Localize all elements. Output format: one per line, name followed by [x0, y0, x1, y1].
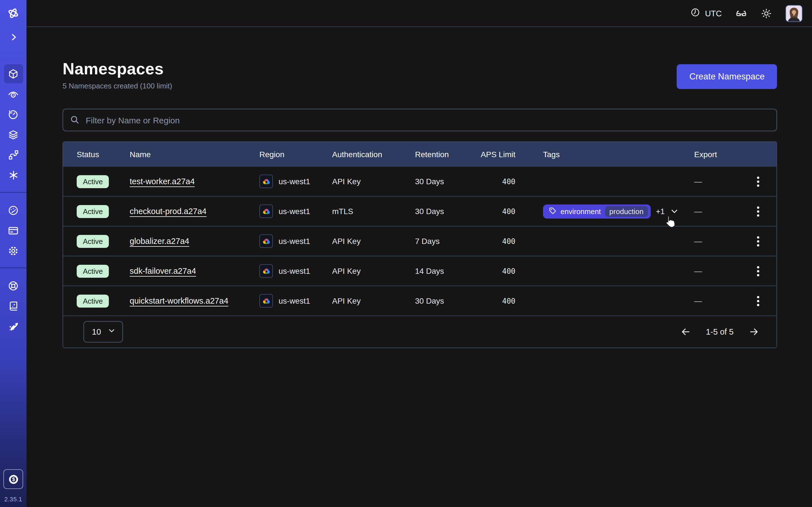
- glasses-icon[interactable]: [735, 7, 747, 19]
- select-chevron-down-icon: [108, 327, 116, 337]
- retention-value: 30 Days: [415, 296, 480, 305]
- table-body: Active test-worker.a27a4 us-west1 API Ke…: [63, 167, 776, 316]
- app-window: $ 2.35.1 UTC: [0, 0, 812, 507]
- column-header-aps-limit: APS Limit: [480, 150, 515, 159]
- nav-item-billing-card-icon[interactable]: [4, 221, 23, 240]
- status-badge: Active: [77, 294, 109, 307]
- gcp-cloud-icon: [259, 294, 273, 307]
- nav-item-asterisk-icon[interactable]: [4, 166, 23, 185]
- timezone-label: UTC: [705, 9, 722, 18]
- sidebar: $ 2.35.1: [0, 0, 27, 507]
- create-namespace-button[interactable]: Create Namespace: [677, 64, 777, 89]
- tag-icon: [549, 207, 557, 216]
- column-header-region: Region: [259, 150, 332, 159]
- billing-seal-button[interactable]: $: [3, 469, 23, 489]
- nav-item-timer-icon[interactable]: [4, 105, 23, 124]
- column-header-authentication: Authentication: [332, 150, 415, 159]
- retention-value: 14 Days: [415, 267, 480, 276]
- table-footer: 10 1-5 of 5: [63, 316, 776, 348]
- sidebar-expand-chevron-icon[interactable]: [4, 27, 23, 47]
- export-value: —: [694, 267, 746, 276]
- theme-toggle-sun-icon[interactable]: [761, 8, 772, 19]
- export-value: —: [694, 296, 746, 305]
- main-content: Namespaces 5 Namespaces created (100 lim…: [27, 27, 812, 507]
- namespace-name-link[interactable]: test-worker.a27a4: [130, 177, 195, 186]
- table-header-row: Status Name Region Authentication Retent…: [63, 142, 776, 167]
- aps-limit-value: 400: [480, 297, 515, 305]
- status-badge: Active: [77, 265, 109, 277]
- temporal-logo-icon[interactable]: [4, 3, 23, 22]
- namespaces-table: Status Name Region Authentication Retent…: [63, 142, 777, 348]
- row-actions-kebab-button[interactable]: [751, 203, 765, 220]
- nav-item-docs-book-icon[interactable]: [4, 296, 23, 316]
- namespace-name-link[interactable]: globalizer.a27a4: [130, 237, 189, 245]
- table-row: Active sdk-failover.a27a4 us-west1 API K…: [63, 256, 776, 286]
- namespace-name-link[interactable]: quickstart-workflows.a27a4: [130, 296, 229, 305]
- export-value: —: [694, 177, 746, 186]
- nav-item-settings-gear-icon[interactable]: [4, 241, 23, 260]
- nav-item-usage-gauge-icon[interactable]: [4, 201, 23, 220]
- tag-pill[interactable]: environment production: [543, 204, 651, 218]
- column-header-status: Status: [77, 150, 130, 159]
- table-row: Active checkout-prod.a27a4 us-west1 mTLS…: [63, 196, 776, 226]
- page-size-select[interactable]: 10: [84, 321, 123, 342]
- status-badge: Active: [77, 175, 109, 188]
- authentication-value: API Key: [332, 296, 415, 305]
- filter-input[interactable]: [63, 109, 777, 131]
- gcp-cloud-icon: [259, 264, 273, 278]
- nav-item-eye-icon[interactable]: [4, 84, 23, 104]
- retention-value: 30 Days: [415, 207, 480, 216]
- user-avatar[interactable]: [785, 5, 802, 22]
- topbar: UTC: [27, 0, 812, 27]
- row-actions-kebab-button[interactable]: [751, 233, 765, 249]
- status-badge: Active: [77, 205, 109, 218]
- authentication-value: API Key: [332, 237, 415, 245]
- row-actions-kebab-button[interactable]: [751, 292, 765, 309]
- export-value: —: [694, 207, 746, 216]
- table-row: Active quickstart-workflows.a27a4 us-wes…: [63, 286, 776, 316]
- nav-item-layers-icon[interactable]: [4, 125, 23, 144]
- region-label: us-west1: [278, 237, 310, 245]
- nav-item-getting-started-rocket-icon[interactable]: [4, 317, 23, 336]
- column-header-tags: Tags: [515, 150, 694, 159]
- region-label: us-west1: [278, 296, 310, 305]
- table-row: Active globalizer.a27a4 us-west1 API Key…: [63, 226, 776, 256]
- nav-item-support-lifebuoy-icon[interactable]: [4, 276, 23, 295]
- gcp-cloud-icon: [259, 234, 273, 248]
- tag-key: environment: [560, 207, 601, 216]
- row-actions-kebab-button[interactable]: [751, 173, 765, 190]
- page-title: Namespaces: [63, 60, 172, 78]
- region-label: us-west1: [278, 177, 310, 186]
- export-value: —: [694, 237, 746, 245]
- aps-limit-value: 400: [480, 267, 515, 275]
- nav-item-branch-icon[interactable]: [4, 145, 23, 165]
- pagination-prev-button[interactable]: [680, 326, 691, 337]
- nav-item-namespaces[interactable]: [4, 64, 23, 83]
- svg-text:$: $: [12, 476, 15, 482]
- namespace-name-link[interactable]: checkout-prod.a27a4: [130, 207, 207, 216]
- region-label: us-west1: [278, 267, 310, 276]
- namespace-name-link[interactable]: sdk-failover.a27a4: [130, 267, 196, 276]
- timezone-selector[interactable]: UTC: [690, 7, 722, 19]
- column-header-name: Name: [130, 150, 259, 159]
- sidebar-divider: [0, 192, 27, 193]
- gcp-cloud-icon: [259, 205, 273, 218]
- aps-limit-value: 400: [480, 177, 515, 186]
- tag-more-count: +1: [656, 207, 665, 216]
- tag-value: production: [605, 206, 648, 217]
- version-label: 2.35.1: [4, 496, 22, 503]
- column-header-export: Export: [694, 150, 746, 159]
- tags-expand-chevron-icon[interactable]: [670, 207, 679, 216]
- aps-limit-value: 400: [480, 237, 515, 245]
- column-header-retention: Retention: [415, 150, 480, 159]
- retention-value: 30 Days: [415, 177, 480, 186]
- table-row: Active test-worker.a27a4 us-west1 API Ke…: [63, 167, 776, 196]
- authentication-value: API Key: [332, 267, 415, 276]
- sidebar-divider: [0, 268, 27, 268]
- authentication-value: mTLS: [332, 207, 415, 216]
- pagination-next-button[interactable]: [748, 326, 760, 337]
- row-actions-kebab-button[interactable]: [751, 263, 765, 279]
- status-badge: Active: [77, 235, 109, 247]
- region-label: us-west1: [278, 207, 310, 216]
- retention-value: 7 Days: [415, 237, 480, 245]
